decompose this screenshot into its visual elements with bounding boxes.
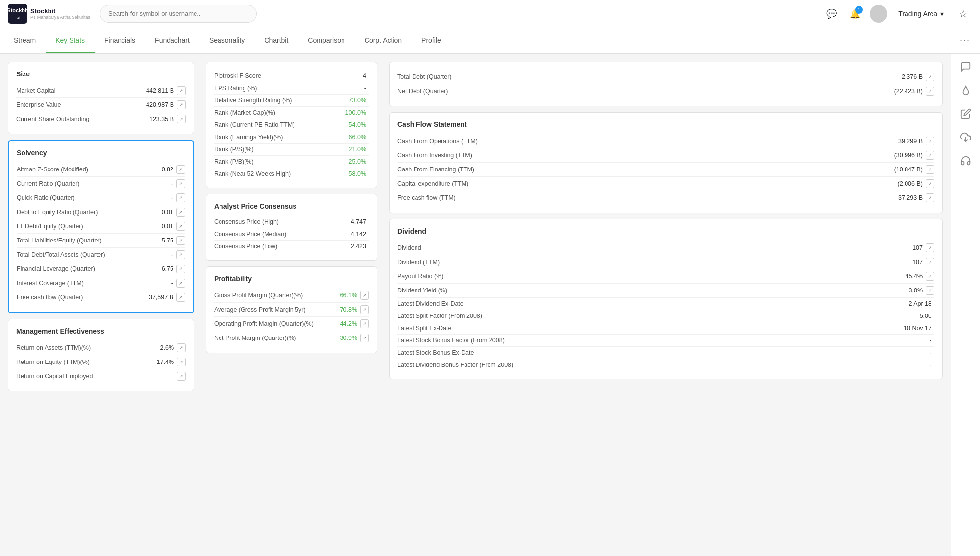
notification-button[interactable]: 🔔 1 — [846, 5, 864, 23]
header: Stockbit◢ Stockbit PT Mahakarya Artha Se… — [0, 0, 980, 27]
notification-badge: 1 — [855, 6, 863, 14]
stat-row: Dividend 107 ↗ — [397, 241, 934, 255]
chart-icon-c0[interactable]: ↗ — [926, 137, 934, 145]
stat-row: Latest Split Factor (From 2008) 5.00 — [397, 310, 934, 322]
chart-icon-s5[interactable]: ↗ — [176, 236, 185, 245]
size-rows: Market Capital 442,811 B ↗ Enterprise Va… — [16, 84, 186, 126]
stat-row: Cash From Investing (TTM) (30,996 B) ↗ — [397, 148, 934, 163]
stat-row: Total Debt (Quarter) 2,376 B ↗ — [397, 70, 934, 84]
chart-icon-s9[interactable]: ↗ — [176, 293, 185, 302]
tab-chartbit[interactable]: Chartbit — [254, 28, 298, 53]
chevron-down-icon: ▾ — [940, 10, 944, 18]
chart-icon-s0[interactable]: ↗ — [176, 165, 185, 174]
search-input[interactable] — [100, 5, 257, 23]
chart-icon-div3[interactable]: ↗ — [926, 286, 934, 295]
stat-row: Altman Z-Score (Modified) 0.82 ↗ — [17, 163, 185, 177]
debt-card: Total Debt (Quarter) 2,376 B ↗ Net Debt … — [389, 62, 943, 106]
stat-row: Average (Gross Profit Margin 5yr) 70.8% … — [214, 303, 369, 317]
chart-icon-0[interactable]: ↗ — [177, 86, 186, 95]
stat-row: Total Debt/Total Assets (Quarter) - ↗ — [17, 248, 185, 262]
piotroski-card: Piotroski F-Score 4 EPS Rating (%) - Rel… — [206, 62, 377, 188]
chat-sidebar-icon[interactable] — [956, 57, 976, 76]
management-rows: Return on Assets (TTM)(%) 2.6% ↗ Return … — [16, 341, 186, 383]
tab-profile[interactable]: Profile — [412, 28, 451, 53]
stat-row: Latest Dividend Bonus Factor (From 2008)… — [397, 359, 934, 371]
tab-financials[interactable]: Financials — [95, 28, 145, 53]
tab-comparison[interactable]: Comparison — [298, 28, 354, 53]
fire-sidebar-icon[interactable] — [956, 80, 976, 100]
tab-more[interactable]: ··· — [954, 27, 976, 53]
cashflow-rows: Cash From Operations (TTM) 39,299 B ↗ Ca… — [397, 134, 934, 205]
chart-icon-1[interactable]: ↗ — [177, 100, 186, 109]
management-title: Management Effectiveness — [16, 327, 186, 335]
stat-row: Current Share Outstanding 123.35 B ↗ — [16, 112, 186, 126]
logo-box: Stockbit◢ — [8, 4, 27, 24]
chart-icon-c4[interactable]: ↗ — [926, 193, 934, 202]
chart-icon-m2[interactable]: ↗ — [177, 372, 186, 381]
tab-corpaction[interactable]: Corp. Action — [355, 28, 412, 53]
chart-icon-s6[interactable]: ↗ — [176, 250, 185, 259]
tab-keystats[interactable]: Key Stats — [46, 28, 95, 53]
stat-row: Interest Coverage (TTM) - ↗ — [17, 276, 185, 290]
header-icons: 💬 🔔 1 Trading Area ▾ ☆ — [823, 5, 972, 23]
chart-icon-c1[interactable]: ↗ — [926, 151, 934, 160]
chart-icon-s2[interactable]: ↗ — [176, 193, 185, 202]
stat-row: Payout Ratio (%) 45.4% ↗ — [397, 269, 934, 284]
chart-icon-div2[interactable]: ↗ — [926, 272, 934, 281]
chart-icon-p1[interactable]: ↗ — [360, 305, 369, 314]
stat-row: Consensus Price (High) 4,747 — [214, 216, 369, 228]
left-column: Size Market Capital 442,811 B ↗ Enterpri… — [8, 62, 194, 547]
size-card: Size Market Capital 442,811 B ↗ Enterpri… — [8, 62, 194, 134]
dividend-title: Dividend — [397, 227, 934, 235]
stat-row: LT Debt/Equity (Quarter) 0.01 ↗ — [17, 219, 185, 234]
stat-row: Enterprise Value 420,987 B ↗ — [16, 98, 186, 112]
chart-icon-d1[interactable]: ↗ — [926, 87, 934, 96]
brand-name: Stockbit — [30, 7, 90, 15]
chart-icon-s1[interactable]: ↗ — [176, 179, 185, 188]
message-button[interactable]: 💬 — [823, 5, 840, 23]
piotroski-rows: Piotroski F-Score 4 EPS Rating (%) - Rel… — [214, 70, 369, 180]
chart-icon-d0[interactable]: ↗ — [926, 73, 934, 81]
tab-stream[interactable]: Stream — [4, 28, 46, 53]
stat-row: Free cash flow (TTM) 37,293 B ↗ — [397, 191, 934, 205]
tabs-bar: Stream Key Stats Financials Fundachart S… — [0, 27, 980, 54]
stat-row: Rank (Earnings Yield)(%) 66.0% — [214, 131, 369, 144]
stat-row: Market Capital 442,811 B ↗ — [16, 84, 186, 98]
stat-row: Debt to Equity Ratio (Quarter) 0.01 ↗ — [17, 205, 185, 219]
chart-icon-s4[interactable]: ↗ — [176, 222, 185, 231]
stat-row: Cash From Operations (TTM) 39,299 B ↗ — [397, 134, 934, 148]
chart-icon-div0[interactable]: ↗ — [926, 243, 934, 252]
chart-icon-2[interactable]: ↗ — [177, 115, 186, 123]
tab-seasonality[interactable]: Seasonality — [199, 28, 254, 53]
profitability-card: Profitability Gross Profit Margin (Quart… — [206, 266, 377, 353]
trading-area-button[interactable]: Trading Area ▾ — [893, 7, 949, 21]
stat-row: Rank (P/S)(%) 21.0% — [214, 144, 369, 156]
chart-icon-c3[interactable]: ↗ — [926, 179, 934, 188]
stat-row: Latest Split Ex-Date 10 Nov 17 — [397, 322, 934, 335]
tab-fundachart[interactable]: Fundachart — [145, 28, 199, 53]
stat-row: Consensus Price (Low) 2,423 — [214, 241, 369, 252]
headset-sidebar-icon[interactable] — [956, 151, 976, 170]
chart-icon-c2[interactable]: ↗ — [926, 165, 934, 174]
chart-icon-m1[interactable]: ↗ — [177, 358, 186, 366]
trading-area-label: Trading Area — [898, 10, 937, 18]
chart-icon-p2[interactable]: ↗ — [360, 319, 369, 328]
right-sidebar — [951, 27, 980, 555]
pencil-sidebar-icon[interactable] — [956, 104, 976, 123]
stat-row: Rank (Near 52 Weeks High) 58.0% — [214, 168, 369, 180]
chart-icon-s3[interactable]: ↗ — [176, 208, 185, 217]
chart-icon-p3[interactable]: ↗ — [360, 334, 369, 342]
chart-icon-s8[interactable]: ↗ — [176, 279, 185, 288]
avatar[interactable] — [870, 5, 887, 23]
chart-icon-s7[interactable]: ↗ — [176, 265, 185, 273]
star-button[interactable]: ☆ — [955, 5, 972, 23]
stat-row: Gross Profit Margin (Quarter)(%) 66.1% ↗ — [214, 289, 369, 303]
chart-icon-m0[interactable]: ↗ — [177, 343, 186, 352]
stat-row: Latest Stock Bonus Factor (From 2008) - — [397, 335, 934, 347]
download-sidebar-icon[interactable] — [956, 127, 976, 147]
stat-row: Cash From Financing (TTM) (10,847 B) ↗ — [397, 163, 934, 177]
chart-icon-div1[interactable]: ↗ — [926, 258, 934, 266]
stat-row: Return on Capital Employed ↗ — [16, 369, 186, 383]
chart-icon-p0[interactable]: ↗ — [360, 291, 369, 300]
stat-row: Relative Strength Rating (%) 73.0% — [214, 95, 369, 107]
